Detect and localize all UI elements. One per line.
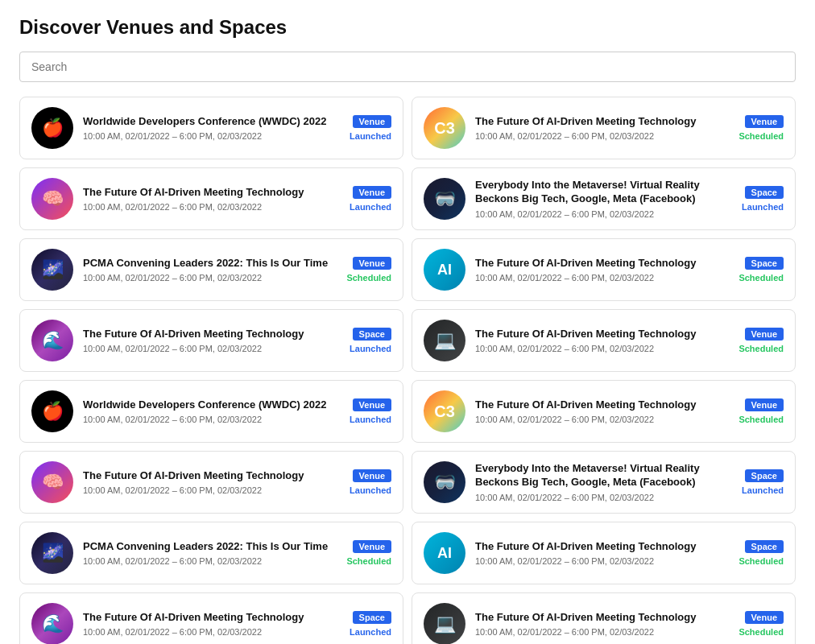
venue-card[interactable]: 💻 The Future Of AI-Driven Meeting Techno… <box>412 592 796 644</box>
card-avatar: 🌊 <box>31 320 73 361</box>
card-title: The Future Of AI-Driven Meeting Technolo… <box>83 186 340 200</box>
card-avatar: 🥽 <box>424 178 465 220</box>
card-avatar: 🧠 <box>31 178 73 220</box>
card-badges: Space Launched <box>350 328 391 353</box>
venue-card[interactable]: 🥽 Everybody Into the Metaverse! Virtual … <box>412 167 796 230</box>
card-content: The Future Of AI-Driven Meeting Technolo… <box>83 186 340 213</box>
card-content: The Future Of AI-Driven Meeting Technolo… <box>475 328 729 354</box>
card-badges: Venue Scheduled <box>738 611 784 637</box>
card-badges: Venue Launched <box>350 186 391 212</box>
venue-card[interactable]: 🌌 PCMA Convening Leaders 2022: This Is O… <box>19 522 403 584</box>
card-date: 10:00 AM, 02/01/2022 – 6:00 PM, 02/03/20… <box>475 273 729 283</box>
card-title: The Future Of AI-Driven Meeting Technolo… <box>475 115 729 129</box>
card-content: The Future Of AI-Driven Meeting Technolo… <box>475 115 729 142</box>
card-date: 10:00 AM, 02/01/2022 – 6:00 PM, 02/03/20… <box>83 131 340 141</box>
card-title: The Future Of AI-Driven Meeting Technolo… <box>475 611 729 625</box>
card-badges: Venue Scheduled <box>738 398 784 424</box>
card-title: The Future Of AI-Driven Meeting Technolo… <box>83 469 340 483</box>
card-date: 10:00 AM, 02/01/2022 – 6:00 PM, 02/03/20… <box>83 415 340 424</box>
card-title: Everybody Into the Metaverse! Virtual Re… <box>475 462 732 489</box>
card-content: PCMA Convening Leaders 2022: This Is Our… <box>83 257 337 283</box>
card-title: The Future Of AI-Driven Meeting Technolo… <box>475 257 729 270</box>
card-date: 10:00 AM, 02/01/2022 – 6:00 PM, 02/03/20… <box>83 202 340 212</box>
card-content: Everybody Into the Metaverse! Virtual Re… <box>475 462 732 502</box>
venue-card[interactable]: 🍎 Worldwide Developers Conference (WWDC)… <box>19 380 403 443</box>
card-date: 10:00 AM, 02/01/2022 – 6:00 PM, 02/03/20… <box>475 627 729 637</box>
card-type-badge: Space <box>353 328 391 341</box>
card-title: The Future Of AI-Driven Meeting Technolo… <box>83 611 340 625</box>
card-type-badge: Venue <box>745 398 784 411</box>
card-avatar: C3 <box>424 390 465 432</box>
card-badges: Space Scheduled <box>738 257 784 283</box>
card-status-badge: Launched <box>350 415 391 424</box>
venue-card[interactable]: 🧠 The Future Of AI-Driven Meeting Techno… <box>19 167 403 230</box>
card-avatar: 🧠 <box>31 461 73 503</box>
card-date: 10:00 AM, 02/01/2022 – 6:00 PM, 02/03/20… <box>475 556 729 566</box>
venue-card[interactable]: C3 The Future Of AI-Driven Meeting Techn… <box>412 97 796 159</box>
card-status-badge: Scheduled <box>346 556 391 566</box>
card-badges: Venue Scheduled <box>346 540 391 566</box>
card-type-badge: Venue <box>745 328 784 341</box>
card-badges: Venue Scheduled <box>738 328 784 353</box>
card-content: PCMA Convening Leaders 2022: This Is Our… <box>83 540 337 567</box>
card-type-badge: Venue <box>745 611 784 624</box>
card-title: PCMA Convening Leaders 2022: This Is Our… <box>83 257 337 270</box>
card-title: The Future Of AI-Driven Meeting Technolo… <box>475 398 729 412</box>
card-badges: Space Launched <box>742 186 784 212</box>
card-badges: Venue Launched <box>350 398 391 424</box>
card-type-badge: Space <box>353 611 391 624</box>
card-avatar: C3 <box>424 107 465 149</box>
search-input[interactable] <box>19 52 796 82</box>
card-type-badge: Venue <box>353 540 391 553</box>
card-avatar: 🥽 <box>424 461 465 503</box>
card-content: The Future Of AI-Driven Meeting Technolo… <box>83 328 340 354</box>
venue-card[interactable]: 💻 The Future Of AI-Driven Meeting Techno… <box>412 309 796 372</box>
card-title: Worldwide Developers Conference (WWDC) 2… <box>83 115 340 129</box>
card-content: The Future Of AI-Driven Meeting Technolo… <box>475 540 729 567</box>
card-title: The Future Of AI-Driven Meeting Technolo… <box>475 328 729 341</box>
card-avatar: 🌌 <box>31 532 73 574</box>
card-type-badge: Venue <box>353 115 391 128</box>
card-status-badge: Launched <box>350 485 391 495</box>
venue-card[interactable]: 🌊 The Future Of AI-Driven Meeting Techno… <box>19 592 403 644</box>
venue-card[interactable]: 🍎 Worldwide Developers Conference (WWDC)… <box>19 97 403 159</box>
venue-card[interactable]: 🧠 The Future Of AI-Driven Meeting Techno… <box>19 451 403 514</box>
card-date: 10:00 AM, 02/01/2022 – 6:00 PM, 02/03/20… <box>475 493 732 502</box>
venue-grid: 🍎 Worldwide Developers Conference (WWDC)… <box>19 97 796 644</box>
card-badges: Venue Scheduled <box>738 115 784 141</box>
card-content: Worldwide Developers Conference (WWDC) 2… <box>83 115 340 142</box>
card-title: The Future Of AI-Driven Meeting Technolo… <box>475 540 729 554</box>
venue-card[interactable]: AI The Future Of AI-Driven Meeting Techn… <box>412 522 796 584</box>
card-content: Everybody Into the Metaverse! Virtual Re… <box>475 179 732 219</box>
card-avatar: 🍎 <box>31 390 73 432</box>
venue-card[interactable]: AI The Future Of AI-Driven Meeting Techn… <box>412 238 796 301</box>
card-status-badge: Scheduled <box>738 556 784 566</box>
card-title: Everybody Into the Metaverse! Virtual Re… <box>475 179 732 206</box>
card-content: The Future Of AI-Driven Meeting Technolo… <box>475 257 729 283</box>
venue-card[interactable]: C3 The Future Of AI-Driven Meeting Techn… <box>412 380 796 443</box>
card-status-badge: Launched <box>350 131 391 141</box>
card-title: Worldwide Developers Conference (WWDC) 2… <box>83 398 340 412</box>
card-content: Worldwide Developers Conference (WWDC) 2… <box>83 398 340 425</box>
card-status-badge: Scheduled <box>738 273 784 283</box>
page-title: Discover Venues and Spaces <box>19 16 796 39</box>
card-date: 10:00 AM, 02/01/2022 – 6:00 PM, 02/03/20… <box>475 344 729 353</box>
card-avatar: 💻 <box>424 320 465 361</box>
card-avatar: AI <box>424 532 465 574</box>
card-avatar: 🌌 <box>31 249 73 291</box>
venue-card[interactable]: 🌌 PCMA Convening Leaders 2022: This Is O… <box>19 238 403 301</box>
venue-card[interactable]: 🌊 The Future Of AI-Driven Meeting Techno… <box>19 309 403 372</box>
card-content: The Future Of AI-Driven Meeting Technolo… <box>475 398 729 425</box>
card-status-badge: Scheduled <box>738 627 784 637</box>
card-content: The Future Of AI-Driven Meeting Technolo… <box>83 611 340 638</box>
card-type-badge: Space <box>745 257 784 270</box>
card-badges: Space Launched <box>350 611 391 637</box>
card-avatar: 💻 <box>424 603 465 644</box>
card-avatar: 🌊 <box>31 603 73 644</box>
card-content: The Future Of AI-Driven Meeting Technolo… <box>475 611 729 638</box>
card-status-badge: Launched <box>350 344 391 353</box>
card-type-badge: Venue <box>353 469 391 482</box>
card-date: 10:00 AM, 02/01/2022 – 6:00 PM, 02/03/20… <box>83 344 340 353</box>
venue-card[interactable]: 🥽 Everybody Into the Metaverse! Virtual … <box>412 451 796 514</box>
card-status-badge: Scheduled <box>738 131 784 141</box>
